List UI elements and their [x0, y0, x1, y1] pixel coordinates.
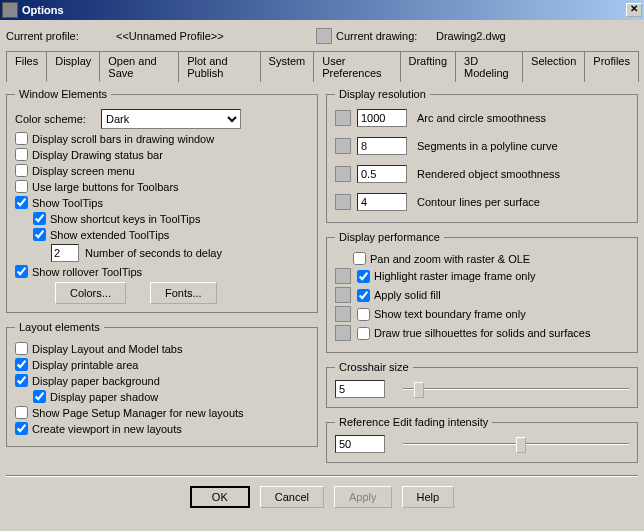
arc-smoothness-input[interactable] [357, 109, 407, 127]
current-drawing-label: Current drawing: [336, 30, 436, 42]
refedit-input[interactable] [335, 435, 385, 453]
solid-fill-label: Apply solid fill [374, 289, 441, 301]
text-frame-checkbox[interactable] [357, 308, 370, 321]
current-drawing-value: Drawing2.dwg [436, 30, 506, 42]
rollover-label: Show rollover ToolTips [32, 266, 142, 278]
viewport-checkbox[interactable] [15, 422, 28, 435]
profile-row: Current profile: <<Unnamed Profile>> Cur… [6, 28, 638, 44]
seconds-input[interactable] [51, 244, 79, 262]
extended-label: Show extended ToolTips [50, 229, 169, 241]
display-performance-legend: Display performance [335, 231, 444, 243]
rendered-smoothness-input[interactable] [357, 165, 407, 183]
ok-button[interactable]: OK [190, 486, 250, 508]
crosshair-legend: Crosshair size [335, 361, 413, 373]
display-performance-group: Display performance Pan and zoom with ra… [326, 231, 638, 353]
silhouettes-label: Draw true silhouettes for solids and sur… [374, 327, 590, 339]
contour-lines-input[interactable] [357, 193, 407, 211]
shortcut-checkbox[interactable] [33, 212, 46, 225]
screenmenu-checkbox[interactable] [15, 164, 28, 177]
screenmenu-label: Display screen menu [32, 165, 135, 177]
app-icon [2, 2, 18, 18]
drawing-icon [335, 138, 351, 154]
silhouettes-checkbox[interactable] [357, 327, 370, 340]
drawing-icon [335, 268, 351, 284]
tab-user-preferences[interactable]: User Preferences [313, 51, 400, 82]
help-button[interactable]: Help [402, 486, 455, 508]
cancel-button[interactable]: Cancel [260, 486, 324, 508]
highlight-raster-checkbox[interactable] [357, 270, 370, 283]
printable-label: Display printable area [32, 359, 138, 371]
tooltips-checkbox[interactable] [15, 196, 28, 209]
scrollbars-label: Display scroll bars in drawing window [32, 133, 214, 145]
fonts-button[interactable]: Fonts... [150, 282, 217, 304]
paperbg-label: Display paper background [32, 375, 160, 387]
window-elements-group: Window Elements Color scheme: Dark Displ… [6, 88, 318, 313]
seconds-label: Number of seconds to delay [85, 247, 222, 259]
rollover-checkbox[interactable] [15, 265, 28, 278]
refedit-group: Reference Edit fading intensity [326, 416, 638, 463]
tab-system[interactable]: System [260, 51, 315, 82]
tab-drafting[interactable]: Drafting [400, 51, 457, 82]
shadow-checkbox[interactable] [33, 390, 46, 403]
window-title: Options [22, 4, 626, 16]
profile-value: <<Unnamed Profile>> [116, 30, 316, 42]
drawing-icon [335, 325, 351, 341]
display-resolution-legend: Display resolution [335, 88, 430, 100]
rendered-smoothness-label: Rendered object smoothness [417, 168, 560, 180]
shadow-label: Display paper shadow [50, 391, 158, 403]
layout-elements-group: Layout elements Display Layout and Model… [6, 321, 318, 447]
drawing-icon [335, 110, 351, 126]
arc-smoothness-label: Arc and circle smoothness [417, 112, 546, 124]
solid-fill-checkbox[interactable] [357, 289, 370, 302]
tab-bar: Files Display Open and Save Plot and Pub… [6, 50, 638, 82]
psm-label: Show Page Setup Manager for new layouts [32, 407, 244, 419]
profile-label: Current profile: [6, 30, 116, 42]
extended-checkbox[interactable] [33, 228, 46, 241]
text-frame-label: Show text boundary frame only [374, 308, 526, 320]
display-resolution-group: Display resolution Arc and circle smooth… [326, 88, 638, 223]
layout-tabs-label: Display Layout and Model tabs [32, 343, 182, 355]
largebuttons-checkbox[interactable] [15, 180, 28, 193]
crosshair-input[interactable] [335, 380, 385, 398]
tab-files[interactable]: Files [6, 51, 47, 82]
drawing-icon [335, 194, 351, 210]
tab-3d-modeling[interactable]: 3D Modeling [455, 51, 523, 82]
refedit-legend: Reference Edit fading intensity [335, 416, 492, 428]
statusbar-checkbox[interactable] [15, 148, 28, 161]
tooltips-label: Show ToolTips [32, 197, 103, 209]
tab-profiles[interactable]: Profiles [584, 51, 639, 82]
drawing-icon [335, 166, 351, 182]
crosshair-slider[interactable] [403, 379, 629, 399]
pan-zoom-label: Pan and zoom with raster & OLE [370, 253, 530, 265]
drawing-icon [335, 287, 351, 303]
titlebar: Options ✕ [0, 0, 644, 20]
crosshair-size-group: Crosshair size [326, 361, 638, 408]
color-scheme-label: Color scheme: [15, 113, 101, 125]
statusbar-label: Display Drawing status bar [32, 149, 163, 161]
dialog-buttons: OK Cancel Apply Help [6, 483, 638, 511]
colors-button[interactable]: Colors... [55, 282, 126, 304]
contour-lines-label: Contour lines per surface [417, 196, 540, 208]
separator [6, 475, 638, 477]
window-elements-legend: Window Elements [15, 88, 111, 100]
scrollbars-checkbox[interactable] [15, 132, 28, 145]
drawing-icon [335, 306, 351, 322]
printable-checkbox[interactable] [15, 358, 28, 371]
segments-input[interactable] [357, 137, 407, 155]
segments-label: Segments in a polyline curve [417, 140, 558, 152]
pan-zoom-checkbox[interactable] [353, 252, 366, 265]
largebuttons-label: Use large buttons for Toolbars [32, 181, 179, 193]
layout-elements-legend: Layout elements [15, 321, 104, 333]
tab-display[interactable]: Display [46, 51, 100, 82]
paperbg-checkbox[interactable] [15, 374, 28, 387]
apply-button[interactable]: Apply [334, 486, 392, 508]
tab-selection[interactable]: Selection [522, 51, 585, 82]
close-icon[interactable]: ✕ [626, 3, 642, 17]
refedit-slider[interactable] [403, 434, 629, 454]
tab-plot-publish[interactable]: Plot and Publish [178, 51, 260, 82]
layout-tabs-checkbox[interactable] [15, 342, 28, 355]
color-scheme-select[interactable]: Dark [101, 109, 241, 129]
psm-checkbox[interactable] [15, 406, 28, 419]
tab-open-save[interactable]: Open and Save [99, 51, 179, 82]
highlight-raster-label: Highlight raster image frame only [374, 270, 535, 282]
